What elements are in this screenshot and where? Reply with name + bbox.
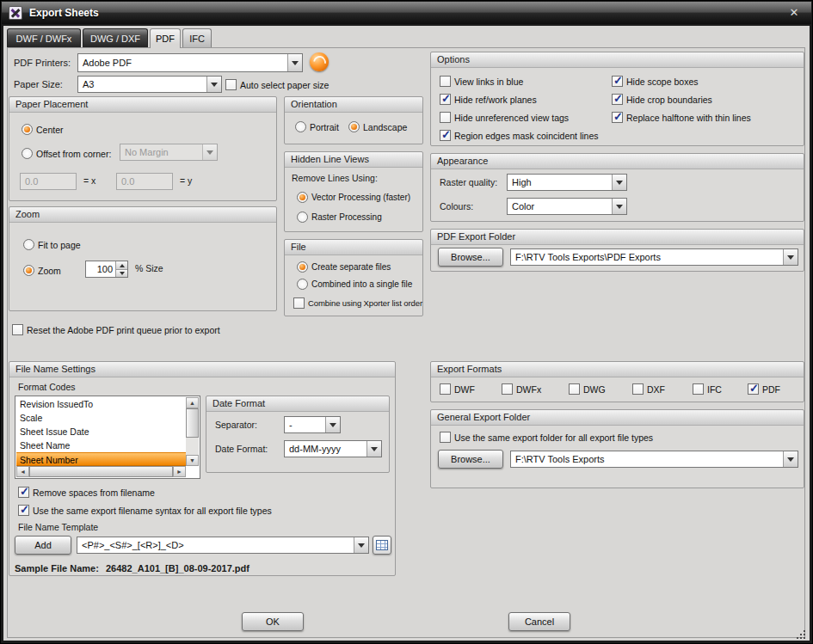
chevron-down-icon[interactable] — [354, 537, 368, 553]
radio-icon — [348, 121, 360, 132]
offset-x-label: = x — [83, 175, 95, 186]
group-date-format: Date Format Separator: - Date Format: dd… — [206, 396, 390, 473]
tab-dwg-dxf[interactable]: DWG / DXF — [83, 28, 148, 47]
chevron-down-icon[interactable] — [783, 451, 798, 467]
chevron-down-icon[interactable] — [325, 417, 340, 432]
same-syntax-checkbox[interactable]: Use the same export filename syntax for … — [18, 504, 272, 517]
list-item[interactable]: Sheet Name — [16, 439, 186, 452]
general-export-path-select[interactable]: F:\RTV Tools Exports — [510, 451, 798, 468]
reset-print-queue-checkbox[interactable]: Reset the Adobe PDF print queue prior to… — [12, 323, 220, 336]
list-item[interactable]: Sheet Number — [16, 452, 186, 466]
checkbox-label: PDF — [762, 384, 780, 395]
raster-quality-select[interactable]: High — [507, 174, 627, 191]
separator-label: Separator: — [215, 420, 257, 430]
dxf-checkbox[interactable]: DXF — [632, 383, 665, 396]
hide-ref-work-planes-checkbox[interactable]: Hide ref/work planes — [440, 93, 537, 106]
group-title: Export Formats — [431, 362, 804, 377]
zoom-size-input[interactable]: 100 — [85, 261, 128, 278]
zoom-radio[interactable]: Zoom — [23, 264, 61, 277]
checkbox-label: DWFx — [516, 384, 541, 395]
general-browse-button[interactable]: Browse... — [438, 450, 503, 469]
dwg-checkbox[interactable]: DWG — [569, 383, 606, 396]
list-item[interactable]: Sheet Issue Date — [16, 425, 186, 439]
create-separate-files-radio[interactable]: Create separate files — [297, 261, 391, 273]
group-title: Hidden Line Views — [285, 152, 422, 168]
chevron-down-icon[interactable] — [206, 77, 221, 92]
chevron-down-icon[interactable] — [783, 249, 798, 265]
spin-up-icon[interactable] — [116, 261, 127, 269]
offset-from-corner-radio[interactable]: Offset from corner: — [22, 147, 111, 160]
margin-select: No Margin — [120, 144, 218, 161]
hide-crop-boundaries-checkbox[interactable]: Hide crop boundaries — [612, 93, 712, 106]
radio-icon — [297, 212, 308, 223]
margin-value: No Margin — [120, 144, 202, 160]
add-button[interactable]: Add — [15, 536, 71, 555]
scroll-right-icon[interactable]: ► — [173, 466, 186, 477]
chevron-down-icon[interactable] — [287, 54, 302, 71]
colours-value: Color — [508, 199, 612, 214]
scroll-left-icon[interactable]: ◄ — [16, 466, 29, 477]
tab-pdf[interactable]: PDF — [150, 28, 181, 48]
titlebar: Export Sheets ✕ — [2, 2, 811, 24]
close-icon[interactable]: ✕ — [785, 5, 803, 21]
scroll-thumb[interactable] — [29, 466, 173, 477]
paper-size-select[interactable]: A3 — [77, 76, 222, 93]
auto-select-paper-checkbox[interactable]: Auto select paper size — [225, 78, 329, 91]
offset-x-input: 0.0 — [20, 173, 77, 190]
radio-icon — [22, 124, 33, 135]
colours-select[interactable]: Color — [507, 198, 627, 215]
checkbox-label: Hide scope boxes — [626, 77, 698, 87]
scroll-thumb[interactable] — [186, 408, 199, 438]
portrait-radio[interactable]: Portrait — [295, 120, 339, 133]
checkbox-label: Auto select paper size — [240, 80, 329, 90]
list-item[interactable]: Revision IssuedTo — [16, 397, 186, 411]
spin-down-icon[interactable] — [116, 269, 127, 278]
hide-scope-boxes-checkbox[interactable]: Hide scope boxes — [612, 75, 698, 88]
radio-icon — [23, 239, 34, 250]
raster-processing-radio[interactable]: Raster Processing — [297, 211, 382, 224]
hide-unreferenced-view-tags-checkbox[interactable]: Hide unreferenced view tags — [440, 111, 569, 124]
chevron-down-icon[interactable] — [366, 441, 381, 457]
same-folder-checkbox[interactable]: Use the same export folder for all expor… — [440, 431, 653, 444]
checkbox-label: Hide crop boundaries — [626, 95, 712, 105]
pdf-browse-button[interactable]: Browse... — [438, 248, 503, 267]
scroll-down-icon[interactable]: ▼ — [186, 455, 199, 466]
combined-single-file-radio[interactable]: Combined into a single file — [297, 278, 412, 291]
combine-xporter-order-checkbox[interactable]: Combine using Xporter list order — [293, 297, 422, 310]
tab-ifc[interactable]: IFC — [182, 28, 212, 47]
date-format-select[interactable]: dd-MM-yyyy — [284, 440, 382, 457]
center-radio[interactable]: Center — [22, 123, 64, 136]
replace-halftone-checkbox[interactable]: Replace halftone with thin lines — [612, 111, 751, 124]
checkbox-label: Remove spaces from filename — [33, 488, 155, 498]
printer-refresh-icon[interactable] — [310, 52, 329, 71]
ifc-checkbox[interactable]: IFC — [693, 383, 722, 396]
pdf-export-path-select[interactable]: F:\RTV Tools Exports\PDF Exports — [510, 248, 798, 266]
region-edges-mask-checkbox[interactable]: Region edges mask coincident lines — [440, 129, 599, 142]
separator-select[interactable]: - — [284, 416, 341, 433]
list-item[interactable]: Scale — [16, 411, 186, 425]
view-links-in-blue-checkbox[interactable]: View links in blue — [440, 75, 523, 88]
template-edit-button[interactable] — [373, 536, 391, 555]
remove-spaces-checkbox[interactable]: Remove spaces from filename — [18, 486, 155, 499]
scroll-up-icon[interactable]: ▲ — [186, 397, 199, 408]
vector-processing-radio[interactable]: Vector Processing (faster) — [297, 191, 410, 204]
listbox-vscrollbar[interactable]: ▲ ▼ — [186, 397, 199, 466]
pdf-checkbox[interactable]: PDF — [748, 383, 780, 396]
date-format-value: dd-MM-yyyy — [285, 441, 366, 457]
pdf-printers-select[interactable]: Adobe PDF — [77, 53, 303, 72]
dwf-checkbox[interactable]: DWF — [440, 383, 475, 396]
ok-button[interactable]: OK — [242, 612, 304, 631]
chevron-down-icon[interactable] — [612, 199, 626, 214]
fit-to-page-radio[interactable]: Fit to page — [23, 238, 81, 251]
radio-icon — [22, 148, 33, 159]
template-select[interactable]: <P#>_<S#>_[<R>]_<D> — [77, 537, 369, 554]
chevron-down-icon[interactable] — [612, 175, 626, 190]
resize-grip[interactable] — [795, 629, 806, 640]
format-codes-listbox[interactable]: Revision IssuedTo Scale Sheet Issue Date… — [15, 396, 200, 479]
cancel-button[interactable]: Cancel — [508, 612, 570, 631]
app-icon — [9, 6, 22, 20]
listbox-hscrollbar[interactable]: ◄ ► — [16, 466, 186, 477]
tab-dwf-dwfx[interactable]: DWF / DWFx — [7, 28, 81, 47]
dwfx-checkbox[interactable]: DWFx — [502, 383, 541, 396]
landscape-radio[interactable]: Landscape — [348, 120, 407, 133]
